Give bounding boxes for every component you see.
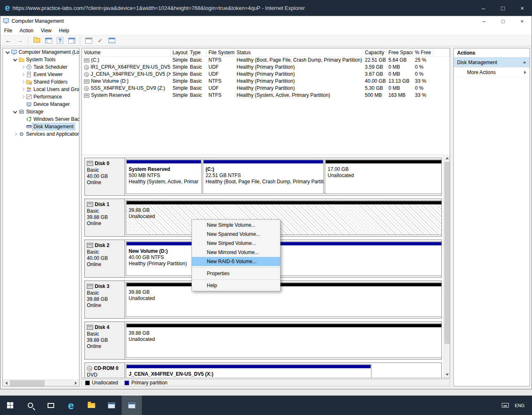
context-menu-item-new-simple-volume[interactable]: New Simple Volume... — [192, 221, 280, 230]
show-console-tree-button[interactable] — [44, 36, 53, 45]
show-action-pane-button[interactable] — [67, 36, 76, 45]
search-button[interactable] — [20, 396, 41, 415]
chevron-collapsed-icon[interactable] — [19, 66, 26, 68]
tree-item-shared-folders[interactable]: Shared Folders — [3, 78, 79, 86]
unallocated-region-disk0[interactable]: 17.00 GB Unallocated — [325, 159, 441, 194]
partition-c-drive[interactable]: (C:) 22.51 GB NTFS Healthy (Boot, Page F… — [203, 159, 324, 194]
disk-2-label[interactable]: Disk 2 Basic 40.00 GB Online — [85, 240, 125, 277]
disk-1-label[interactable]: Disk 1 Basic 39.88 GB Online — [85, 199, 125, 236]
volume-row[interactable]: System Reserved Simple Basic NTFS Health… — [82, 92, 450, 99]
volume-row[interactable]: J_CENA_X64FREV_EN-US_DV5 (X:) Simple Bas… — [82, 71, 450, 78]
scroll-down-button[interactable] — [444, 371, 450, 378]
language-indicator[interactable]: ENG — [515, 403, 525, 408]
vertical-scrollbar[interactable] — [443, 155, 450, 378]
taskbar-computer-management-active[interactable] — [122, 396, 142, 415]
browser-minimize-button[interactable]: – — [474, 0, 493, 16]
scroll-right-button[interactable] — [72, 380, 79, 386]
unallocated-bar — [127, 201, 441, 204]
tree-item-windows-server-backup[interactable]: Windows Server Backup — [3, 115, 79, 123]
menu-action[interactable]: Action — [16, 27, 37, 34]
task-view-button[interactable] — [41, 396, 61, 415]
column-header-type[interactable]: Type — [188, 48, 206, 57]
context-menu-item-new-mirrored-volume[interactable]: New Mirrored Volume... — [192, 248, 280, 257]
taskbar-file-explorer[interactable] — [81, 396, 101, 415]
menu-help[interactable]: Help — [55, 27, 73, 34]
tree-item-task-scheduler[interactable]: Task Scheduler — [3, 63, 79, 71]
column-header-capacity[interactable]: Capacity — [363, 48, 386, 57]
column-header-volume[interactable]: Volume — [82, 48, 170, 57]
context-menu-item-properties[interactable]: Properties — [192, 269, 280, 278]
tree-item-storage[interactable]: Storage — [3, 108, 79, 115]
unallocated-region-disk1-selected[interactable]: 39.88 GB Unallocated — [126, 200, 441, 235]
context-menu-item-new-raid5-volume[interactable]: New RAID-5 Volume... — [192, 257, 280, 266]
scroll-up-button[interactable] — [444, 155, 450, 161]
tree-item-device-manager[interactable]: Device Manager — [3, 101, 79, 108]
scrollbar-thumb[interactable] — [444, 162, 450, 344]
keyboard-icon[interactable] — [502, 403, 509, 408]
actions-group-disk-management[interactable]: Disk Management — [454, 58, 530, 67]
context-menu-item-new-spanned-volume[interactable]: New Spanned Volume... — [192, 230, 280, 239]
context-menu-item-help[interactable]: Help — [192, 281, 280, 290]
partition-system-reserved[interactable]: System Reserved 500 MB NTFS Healthy (Sys… — [126, 159, 202, 194]
menu-file[interactable]: File — [0, 27, 16, 34]
taskbar-internet-explorer[interactable]: e — [61, 396, 81, 415]
disk-0-label[interactable]: Disk 0 Basic 40.00 GB Online — [85, 158, 125, 195]
column-header-free-space[interactable]: Free Space — [386, 48, 413, 57]
collapse-chevron-icon[interactable] — [523, 61, 526, 63]
performance-icon — [26, 94, 32, 100]
partition-cdrom-x[interactable]: J_CENA_X64FREV_EN-US_DV5 (X:) — [126, 364, 371, 378]
chevron-expanded-icon[interactable] — [5, 51, 11, 53]
app-restore-button[interactable]: □ — [494, 16, 513, 26]
tree-item-local-users-and-groups[interactable]: Local Users and Groups — [3, 86, 79, 93]
tree-item-event-viewer[interactable]: Event Viewer — [3, 71, 79, 78]
app-close-button[interactable]: × — [513, 16, 532, 26]
volume-row[interactable]: (C:) Simple Basic NTFS Healthy (Boot, Pa… — [82, 57, 450, 64]
volume-row[interactable]: IR1_CPRA_X64FREV_EN-US_DV5 (Y:) Simple B… — [82, 64, 450, 71]
tree-item-services-and-applications[interactable]: Services and Applications — [3, 130, 79, 138]
forward-button[interactable]: → — [15, 36, 24, 45]
tree-item-system-tools[interactable]: System Tools — [3, 56, 79, 63]
tree-item-disk-management[interactable]: Disk Management — [3, 123, 79, 130]
back-button[interactable]: ← — [4, 36, 13, 45]
menu-view[interactable]: View — [37, 27, 55, 34]
refresh-view-button[interactable] — [84, 36, 93, 45]
tree-item-performance[interactable]: Performance — [3, 93, 79, 101]
disk-state: Online — [87, 302, 123, 309]
partition-new-volume-d[interactable]: New Volume (D:) 40.00 GB NTFS Healthy (P… — [126, 241, 441, 276]
column-header-status[interactable]: Status — [235, 48, 363, 57]
show-graphical-view-button[interactable] — [107, 36, 116, 45]
check-volume-button[interactable]: ✓ — [96, 36, 105, 45]
chevron-collapsed-icon[interactable] — [12, 133, 18, 135]
browser-maximize-button[interactable]: □ — [493, 0, 513, 16]
start-button[interactable] — [0, 396, 20, 415]
scroll-left-button[interactable] — [3, 380, 10, 386]
disk-3-label[interactable]: Disk 3 Basic 39.88 GB Online — [85, 281, 125, 318]
cdrom-0-label[interactable]: CD-ROM 0 DVD 3.67 GB — [85, 363, 125, 378]
chevron-collapsed-icon[interactable] — [19, 81, 26, 83]
tree-horizontal-scrollbar[interactable] — [3, 379, 79, 386]
primary-partition-bar — [127, 160, 201, 163]
column-header-file-system[interactable]: File System — [206, 48, 235, 57]
volume-layout: Simple — [170, 57, 188, 64]
more-actions-item[interactable]: More Actions — [454, 67, 530, 77]
chevron-expanded-icon[interactable] — [12, 111, 18, 113]
chevron-collapsed-icon[interactable] — [19, 73, 26, 76]
chevron-expanded-icon[interactable] — [12, 59, 18, 61]
help-button[interactable]: ? — [55, 36, 65, 45]
taskbar-app-window[interactable] — [101, 396, 122, 415]
unallocated-region-disk3[interactable]: 39.88 GB Unallocated — [126, 282, 441, 317]
chevron-collapsed-icon[interactable] — [19, 88, 26, 91]
column-header-layout[interactable]: Layout — [170, 48, 188, 57]
disk-4-label[interactable]: Disk 4 Basic 39.88 GB Online — [85, 322, 125, 359]
unallocated-region-disk4[interactable]: 39.88 GB Unallocated — [126, 323, 441, 358]
volume-row[interactable]: New Volume (D:) Simple Basic NTFS Health… — [82, 78, 450, 85]
volume-row[interactable]: SSS_X64FREV_EN-US_DV9 (Z:) Simple Basic … — [82, 85, 450, 92]
scrollbar-thumb[interactable] — [10, 380, 45, 386]
open-console-button[interactable] — [32, 36, 41, 45]
browser-close-button[interactable]: × — [513, 0, 532, 16]
context-menu-item-new-striped-volume[interactable]: New Striped Volume... — [192, 239, 280, 248]
app-minimize-button[interactable]: – — [474, 16, 494, 26]
column-header-pct-free[interactable]: % Free — [413, 48, 434, 57]
tree-item-computer-management[interactable]: Computer Management (Local — [3, 48, 79, 56]
chevron-collapsed-icon[interactable] — [19, 96, 26, 98]
